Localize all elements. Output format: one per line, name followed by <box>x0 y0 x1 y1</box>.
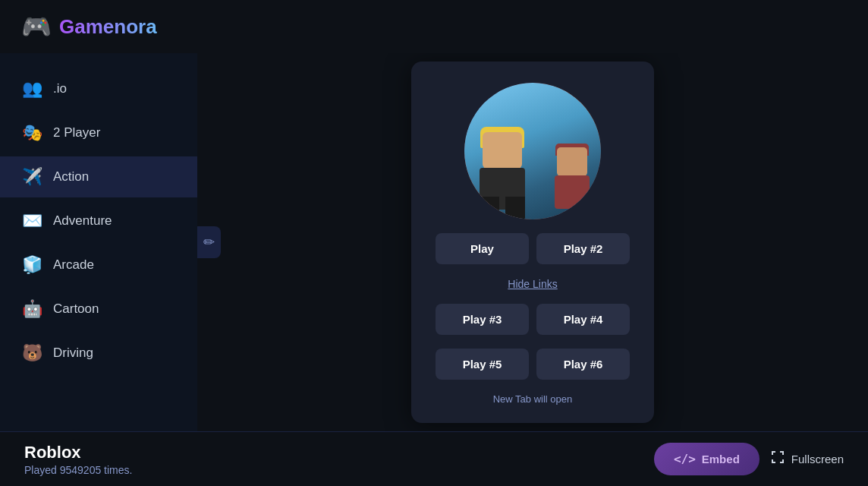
logo-text: Gamenora <box>59 15 157 39</box>
game-card: Play Play #2 Hide Links Play #3 Play #4 … <box>411 62 654 423</box>
fullscreen-icon <box>770 450 785 469</box>
play3-button[interactable]: Play #3 <box>436 304 529 335</box>
play-buttons-row-2: Play #3 Play #4 <box>436 304 630 335</box>
embed-code-icon: </> <box>674 452 696 466</box>
logo[interactable]: 🎮 Gamenora <box>21 12 157 41</box>
driving-icon: 🐻 <box>21 343 42 363</box>
play4-button[interactable]: Play #4 <box>536 304 630 335</box>
play-button[interactable]: Play <box>436 233 529 264</box>
cartoon-icon: 🤖 <box>21 299 42 319</box>
io-icon: 👥 <box>21 79 42 99</box>
game-info: Roblox Played 9549205 times. <box>24 443 639 476</box>
embed-label: Embed <box>702 453 740 465</box>
roblox-art <box>464 83 601 219</box>
bottom-bar: Roblox Played 9549205 times. </> Embed F… <box>0 431 868 486</box>
game-plays: Played 9549205 times. <box>24 464 639 476</box>
play5-button[interactable]: Play #5 <box>436 349 529 380</box>
sidebar-item-arcade[interactable]: 🧊 Arcade <box>0 245 197 286</box>
sidebar-item-2player[interactable]: 🎭 2 Player <box>0 112 197 153</box>
sidebar-item-driving[interactable]: 🐻 Driving <box>0 333 197 374</box>
play-buttons-row-1: Play Play #2 <box>436 233 630 264</box>
sidebar-item-io[interactable]: 👥 .io <box>0 68 197 109</box>
sidebar-item-label-2player: 2 Player <box>53 125 100 140</box>
main-content: 👥 .io 🎭 2 Player ✈️ Action ✉️ Adventure … <box>0 53 868 431</box>
sidebar-item-label-driving: Driving <box>53 346 93 361</box>
game-area: ✏ <box>197 53 868 431</box>
sidebar-item-label-io: .io <box>53 81 67 96</box>
adventure-icon: ✉️ <box>21 211 42 231</box>
sidebar: 👥 .io 🎭 2 Player ✈️ Action ✉️ Adventure … <box>0 53 197 431</box>
play6-button[interactable]: Play #6 <box>536 349 630 380</box>
logo-icon: 🎮 <box>21 12 52 41</box>
fullscreen-label: Fullscreen <box>791 453 844 465</box>
sidebar-item-action[interactable]: ✈️ Action <box>0 156 197 197</box>
play2-button[interactable]: Play #2 <box>536 233 630 264</box>
hide-links-button[interactable]: Hide Links <box>508 278 557 290</box>
play-buttons-row-3: Play #5 Play #6 <box>436 349 630 380</box>
game-thumbnail <box>464 83 601 219</box>
arcade-icon: 🧊 <box>21 255 42 275</box>
game-title: Roblox <box>24 443 639 462</box>
header: 🎮 Gamenora <box>0 0 868 53</box>
pencil-icon: ✏ <box>203 235 215 250</box>
2player-icon: 🎭 <box>21 123 42 143</box>
embed-button[interactable]: </> Embed <box>654 443 760 475</box>
new-tab-notice: New Tab will open <box>493 393 573 405</box>
sidebar-item-adventure[interactable]: ✉️ Adventure <box>0 200 197 241</box>
edit-icon[interactable]: ✏ <box>197 226 221 258</box>
sidebar-item-label-action: Action <box>53 169 89 185</box>
fullscreen-button[interactable]: Fullscreen <box>770 450 844 469</box>
sidebar-item-label-adventure: Adventure <box>53 213 112 229</box>
action-icon: ✈️ <box>21 167 42 187</box>
sidebar-item-cartoon[interactable]: 🤖 Cartoon <box>0 289 197 330</box>
bottom-actions: </> Embed Fullscreen <box>654 443 844 475</box>
sidebar-item-label-arcade: Arcade <box>53 257 94 273</box>
sidebar-item-label-cartoon: Cartoon <box>53 301 99 317</box>
